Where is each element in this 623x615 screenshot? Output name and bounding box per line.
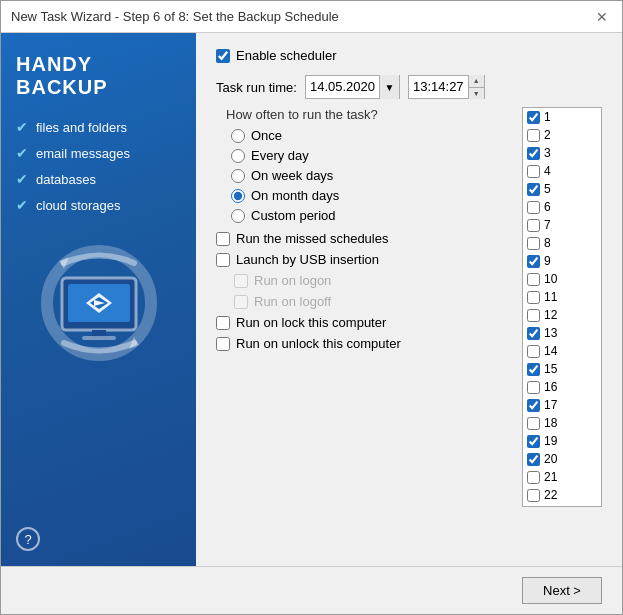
day-checkbox-14[interactable] <box>527 345 540 358</box>
radio-weekdays-row: On week days <box>231 168 512 183</box>
sidebar-item-files: ✔ files and folders <box>16 119 181 135</box>
run-logon-row: Run on logon <box>234 273 512 288</box>
day-checkbox-3[interactable] <box>527 147 540 160</box>
day-checkbox-2[interactable] <box>527 129 540 142</box>
day-checkbox-9[interactable] <box>527 255 540 268</box>
lock-computer-label: Run on lock this computer <box>236 315 386 330</box>
window-title: New Task Wizard - Step 6 of 8: Set the B… <box>11 9 339 24</box>
day-checkbox-1[interactable] <box>527 111 540 124</box>
list-item: 3 <box>523 144 601 162</box>
list-item: 8 <box>523 234 601 252</box>
list-item: 12 <box>523 306 601 324</box>
date-field: 14.05.2020 ▼ <box>305 75 400 99</box>
usb-insertion-checkbox[interactable] <box>216 253 230 267</box>
svg-rect-6 <box>82 336 116 340</box>
date-dropdown-button[interactable]: ▼ <box>379 75 399 99</box>
days-panel[interactable]: 1234567891011121314151617181920212223242… <box>522 107 602 507</box>
bottom-options: Run the missed schedules Launch by USB i… <box>216 231 512 351</box>
day-label-7: 7 <box>544 218 551 232</box>
radio-custom-row: Custom period <box>231 208 512 223</box>
monitor-svg <box>34 243 164 363</box>
day-checkbox-22[interactable] <box>527 489 540 502</box>
radio-weekdays[interactable] <box>231 169 245 183</box>
check-icon-cloud: ✔ <box>16 197 28 213</box>
day-checkbox-12[interactable] <box>527 309 540 322</box>
list-item: 14 <box>523 342 601 360</box>
lock-computer-checkbox[interactable] <box>216 316 230 330</box>
day-label-10: 10 <box>544 272 557 286</box>
lock-computer-row: Run on lock this computer <box>216 315 512 330</box>
close-button[interactable]: ✕ <box>592 7 612 27</box>
help-button[interactable]: ? <box>16 527 40 551</box>
radio-everyday-label: Every day <box>251 148 309 163</box>
day-checkbox-19[interactable] <box>527 435 540 448</box>
list-item: 5 <box>523 180 601 198</box>
check-icon-email: ✔ <box>16 145 28 161</box>
day-checkbox-18[interactable] <box>527 417 540 430</box>
list-item: 2 <box>523 126 601 144</box>
unlock-computer-row: Run on unlock this computer <box>216 336 512 351</box>
day-checkbox-17[interactable] <box>527 399 540 412</box>
day-checkbox-11[interactable] <box>527 291 540 304</box>
enable-scheduler-checkbox[interactable] <box>216 49 230 63</box>
unlock-computer-checkbox[interactable] <box>216 337 230 351</box>
day-checkbox-23[interactable] <box>527 507 540 508</box>
list-item: 15 <box>523 360 601 378</box>
sidebar-item-email: ✔ email messages <box>16 145 181 161</box>
how-often-label: How often to run the task? <box>226 107 512 122</box>
day-label-5: 5 <box>544 182 551 196</box>
day-checkbox-15[interactable] <box>527 363 540 376</box>
day-checkbox-8[interactable] <box>527 237 540 250</box>
radio-custom-label: Custom period <box>251 208 336 223</box>
day-checkbox-4[interactable] <box>527 165 540 178</box>
next-button[interactable]: Next > <box>522 577 602 604</box>
day-label-15: 15 <box>544 362 557 376</box>
list-item: 10 <box>523 270 601 288</box>
check-icon-files: ✔ <box>16 119 28 135</box>
check-icon-databases: ✔ <box>16 171 28 187</box>
radio-once-row: Once <box>231 128 512 143</box>
time-up-button[interactable]: ▲ <box>469 75 484 88</box>
list-item: 22 <box>523 486 601 504</box>
day-checkbox-5[interactable] <box>527 183 540 196</box>
day-label-23: 23 <box>544 506 557 507</box>
day-label-1: 1 <box>544 110 551 124</box>
task-time-row: Task run time: 14.05.2020 ▼ 13:14:27 ▲ ▼ <box>216 75 602 99</box>
run-logoff-checkbox <box>234 295 248 309</box>
radio-monthdays[interactable] <box>231 189 245 203</box>
brand-title: HANDY BACKUP <box>16 53 181 99</box>
time-value: 13:14:27 <box>409 75 468 99</box>
sidebar: HANDY BACKUP ✔ files and folders ✔ email… <box>1 33 196 566</box>
task-run-time-label: Task run time: <box>216 80 297 95</box>
radio-once[interactable] <box>231 129 245 143</box>
list-item: 16 <box>523 378 601 396</box>
enable-scheduler-row: Enable scheduler <box>216 48 602 63</box>
usb-insertion-label: Launch by USB insertion <box>236 252 379 267</box>
day-checkbox-7[interactable] <box>527 219 540 232</box>
day-label-4: 4 <box>544 164 551 178</box>
main-panel: Enable scheduler Task run time: 14.05.20… <box>196 33 622 566</box>
list-item: 21 <box>523 468 601 486</box>
day-checkbox-13[interactable] <box>527 327 540 340</box>
radio-custom[interactable] <box>231 209 245 223</box>
day-checkbox-20[interactable] <box>527 453 540 466</box>
footer: Next > <box>1 566 622 614</box>
day-checkbox-10[interactable] <box>527 273 540 286</box>
list-item: 23 <box>523 504 601 507</box>
day-label-22: 22 <box>544 488 557 502</box>
frequency-content-row: How often to run the task? Once Every da… <box>216 107 602 551</box>
day-label-8: 8 <box>544 236 551 250</box>
day-checkbox-16[interactable] <box>527 381 540 394</box>
main-content: HANDY BACKUP ✔ files and folders ✔ email… <box>1 33 622 566</box>
day-label-2: 2 <box>544 128 551 142</box>
list-item: 4 <box>523 162 601 180</box>
sidebar-label-databases: databases <box>36 172 96 187</box>
radio-weekdays-label: On week days <box>251 168 333 183</box>
radio-everyday[interactable] <box>231 149 245 163</box>
day-checkbox-21[interactable] <box>527 471 540 484</box>
radio-everyday-row: Every day <box>231 148 512 163</box>
radio-monthdays-label: On month days <box>251 188 339 203</box>
missed-schedules-checkbox[interactable] <box>216 232 230 246</box>
time-down-button[interactable]: ▼ <box>469 88 484 100</box>
day-checkbox-6[interactable] <box>527 201 540 214</box>
